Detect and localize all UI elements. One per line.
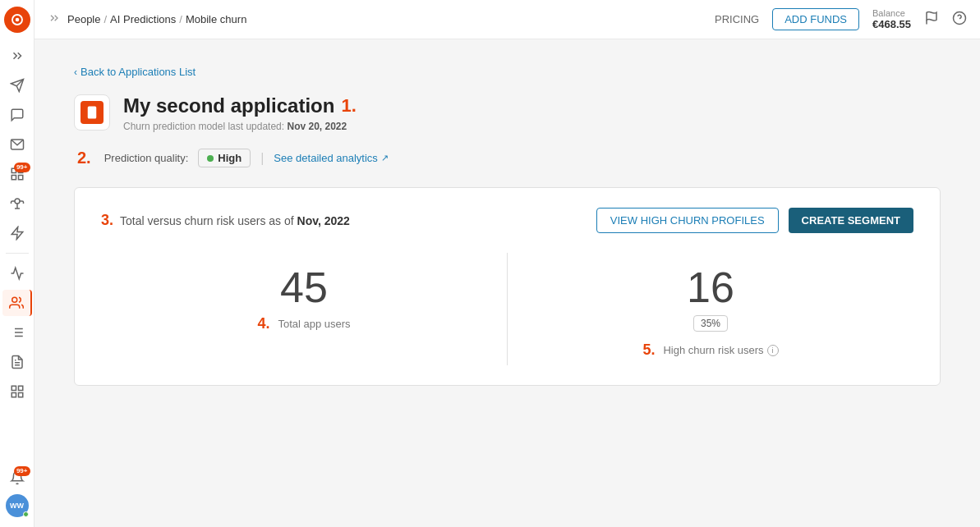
churn-percent-badge: 35%: [693, 315, 728, 332]
sidebar-item-chat[interactable]: [2, 102, 32, 128]
quality-value: High: [218, 152, 242, 164]
app-title-text: My second application: [123, 94, 334, 117]
total-users-column: 45 4. Total app users: [101, 253, 507, 365]
create-segment-button[interactable]: CREATE SEGMENT: [789, 208, 913, 233]
expand-icon[interactable]: [48, 11, 61, 27]
svg-rect-20: [12, 386, 16, 390]
svg-rect-8: [18, 176, 22, 180]
svg-rect-7: [12, 176, 16, 180]
sidebar-item-people[interactable]: [2, 290, 32, 316]
balance-amount: €468.55: [872, 18, 911, 30]
main-wrapper: People / AI Predictions / Mobile churn P…: [35, 0, 980, 527]
prediction-quality-label: Prediction quality:: [104, 152, 189, 164]
app-title-section: My second application 1. Churn predictio…: [123, 94, 357, 132]
app-title-row: My second application 1.: [123, 94, 357, 117]
sidebar-item-grid[interactable]: [2, 378, 32, 405]
sidebar-item-send[interactable]: [2, 72, 32, 99]
sidebar-item-notifications[interactable]: 99+: [2, 465, 32, 491]
flag-icon[interactable]: [924, 11, 939, 29]
total-users-count: 45: [280, 266, 328, 309]
app-header: My second application 1. Churn predictio…: [74, 94, 941, 132]
sidebar-user: 99+ WW: [2, 465, 32, 520]
breadcrumb-sep-2: /: [179, 13, 182, 25]
help-icon[interactable]: [952, 11, 967, 29]
balance-box: Balance €468.55: [872, 8, 911, 30]
churn-users-label: 5. High churn risk users i: [642, 341, 778, 359]
sidebar-item-expand[interactable]: [2, 43, 32, 69]
back-link[interactable]: ‹ Back to Applications List: [74, 66, 941, 78]
app-icon: [74, 94, 110, 131]
quality-dot: [207, 155, 214, 162]
sidebar-item-email[interactable]: [2, 131, 32, 158]
step-1-indicator: 1.: [341, 95, 356, 117]
breadcrumb-current: Mobile churn: [186, 13, 246, 25]
quality-badge: High: [198, 149, 251, 167]
app-subtitle: Churn prediction model last updated: Nov…: [123, 121, 357, 132]
breadcrumb-ai[interactable]: AI Predictions: [110, 13, 176, 25]
back-arrow-icon: ‹: [74, 66, 77, 78]
separator: |: [260, 151, 264, 166]
topbar-right: PRICING ADD FUNDS Balance €468.55: [715, 8, 967, 30]
svg-rect-23: [18, 393, 22, 397]
sidebar-item-list[interactable]: [2, 319, 32, 346]
stats-card: 3. Total versus churn risk users as of N…: [74, 187, 941, 386]
stats-numbers: 45 4. Total app users 16 35% 5. High chu…: [101, 253, 913, 365]
notifications-badge: 99+: [14, 466, 30, 476]
sidebar-item-integrations[interactable]: [2, 220, 32, 246]
external-link-icon: ↗: [381, 153, 389, 163]
stats-header: 3. Total versus churn risk users as of N…: [101, 208, 913, 233]
svg-point-11: [12, 297, 16, 302]
sidebar-item-ai[interactable]: [2, 190, 32, 217]
stats-title: 3. Total versus churn risk users as of N…: [101, 212, 350, 229]
sidebar-item-analytics[interactable]: [2, 260, 32, 286]
sidebar-item-reports[interactable]: [2, 349, 32, 375]
svg-rect-21: [18, 386, 22, 390]
breadcrumb-people[interactable]: People: [67, 13, 100, 25]
view-high-churn-button[interactable]: VIEW HIGH CHURN PROFILES: [596, 208, 779, 233]
content-area: ‹ Back to Applications List My second ap…: [35, 39, 980, 527]
logo[interactable]: [4, 7, 30, 33]
online-indicator: [23, 511, 29, 517]
prediction-quality-row: 2. Prediction quality: High | See detail…: [74, 149, 941, 167]
analytics-link[interactable]: See detailed analytics ↗: [274, 152, 388, 164]
breadcrumb: People / AI Predictions / Mobile churn: [67, 13, 246, 25]
svg-point-1: [15, 18, 19, 22]
sidebar: 99+ 99+ WW: [0, 0, 35, 527]
campaigns-badge: 99+: [14, 163, 30, 172]
sidebar-item-campaigns[interactable]: 99+: [2, 161, 32, 187]
total-users-label: 4. Total app users: [257, 315, 350, 332]
balance-label: Balance: [872, 8, 911, 18]
app-icon-inner: [81, 101, 104, 124]
stats-title-text: Total versus churn risk users as of Nov,…: [120, 214, 350, 227]
info-icon[interactable]: i: [767, 345, 779, 356]
svg-marker-10: [12, 227, 23, 240]
pricing-link[interactable]: PRICING: [715, 13, 759, 25]
step-3-indicator: 3.: [101, 212, 113, 229]
user-avatar[interactable]: WW: [6, 494, 29, 517]
churn-users-count: 16: [687, 266, 734, 309]
step-2-indicator: 2.: [77, 149, 91, 167]
topbar: People / AI Predictions / Mobile churn P…: [35, 0, 980, 39]
churn-users-column: 16 35% 5. High churn risk users i: [507, 253, 913, 365]
stats-actions: VIEW HIGH CHURN PROFILES CREATE SEGMENT: [596, 208, 913, 233]
breadcrumb-sep-1: /: [104, 13, 107, 25]
sidebar-divider-1: [6, 253, 29, 254]
add-funds-button[interactable]: ADD FUNDS: [772, 8, 859, 30]
svg-rect-22: [12, 393, 16, 397]
svg-point-9: [15, 199, 20, 204]
